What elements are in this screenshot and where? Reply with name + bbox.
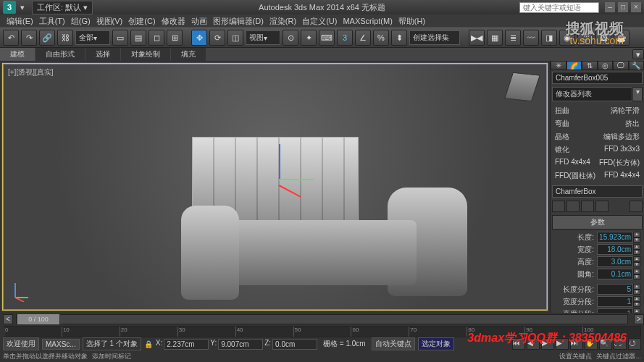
menu-animation[interactable]: 动画: [189, 15, 209, 28]
length-spinner[interactable]: 15.923cm: [597, 232, 633, 243]
pin-stack-button[interactable]: [552, 201, 565, 212]
tab-object-paint[interactable]: 对象绘制: [121, 48, 170, 61]
select-and-scale-button[interactable]: ◫: [227, 30, 243, 46]
mod-turbosmooth[interactable]: 涡轮平滑: [611, 106, 640, 116]
mod-ffd333[interactable]: FFD 3x3x3: [604, 145, 640, 155]
tab-selection[interactable]: 选择: [85, 48, 120, 61]
menu-create[interactable]: 创建(C): [126, 15, 157, 28]
layers-button[interactable]: ≣: [505, 30, 521, 46]
orbit-button[interactable]: ⭯: [628, 338, 641, 350]
time-slider-thumb[interactable]: 0 / 100: [17, 313, 60, 325]
object-name-field[interactable]: ChamferBox005: [552, 72, 643, 84]
window-crossing-icon[interactable]: ⊞: [167, 30, 183, 46]
key-filters-button[interactable]: 关键点过滤器...: [596, 352, 641, 361]
gizmo-z-axis[interactable]: [279, 144, 280, 179]
add-time-tag[interactable]: 添加时间标记: [92, 352, 131, 361]
menu-help[interactable]: 帮助(H): [396, 15, 427, 28]
maximize-button[interactable]: □: [618, 2, 628, 12]
y-coord-input[interactable]: 9.007cm: [218, 339, 263, 350]
snap-toggle[interactable]: 3: [337, 30, 353, 46]
gizmo-y-axis[interactable]: [279, 179, 314, 180]
mod-editpoly[interactable]: 编辑多边形: [603, 132, 640, 142]
create-tab[interactable]: ✳: [551, 61, 566, 70]
angle-snap-button[interactable]: ∠: [355, 30, 371, 46]
menu-customize[interactable]: 自定义(U): [300, 15, 339, 28]
height-spinner[interactable]: 3.0cm: [597, 256, 633, 267]
remove-modifier-button[interactable]: [595, 201, 609, 212]
rollout-parameters[interactable]: 参数: [552, 215, 643, 230]
link-button[interactable]: 🔗: [39, 30, 55, 46]
tab-populate[interactable]: 填充: [171, 48, 206, 61]
mod-ffd444b[interactable]: FFD 4x4x4: [604, 171, 640, 181]
utilities-tab[interactable]: 🔧: [629, 61, 645, 70]
stack-item-chamferbox[interactable]: ChamferBox: [556, 188, 596, 195]
menu-edit[interactable]: 编辑(E): [4, 15, 35, 28]
manipulate-button[interactable]: ✦: [301, 30, 317, 46]
menu-maxscript[interactable]: MAXScript(M): [340, 16, 394, 26]
mod-ffd444a[interactable]: FFD 4x4x4: [555, 158, 599, 168]
modifier-stack[interactable]: ChamferBox: [552, 185, 643, 198]
align-button[interactable]: ▦: [487, 30, 503, 46]
redo-button[interactable]: ↷: [21, 30, 37, 46]
selection-filter-dropdown[interactable]: 全部 ▾: [75, 30, 110, 45]
mod-extrude[interactable]: 挤出: [625, 119, 640, 129]
mod-lattice[interactable]: 晶格: [555, 132, 603, 142]
tab-modeling[interactable]: 建模: [0, 48, 35, 61]
select-and-rotate-button[interactable]: ⟳: [209, 30, 225, 46]
select-and-move-button[interactable]: ✥: [191, 30, 207, 46]
menu-tools[interactable]: 工具(T): [37, 15, 67, 28]
reference-coord-dropdown[interactable]: 视图 ▾: [246, 30, 280, 45]
mod-ffdbox[interactable]: FFD(长方体): [599, 158, 640, 168]
selected-filter-dropdown[interactable]: 选定对象: [418, 337, 454, 350]
time-slider-end-icon[interactable]: >: [634, 314, 644, 324]
select-by-name-button[interactable]: ▤: [130, 30, 146, 46]
ribbon-expand-icon[interactable]: ▾: [632, 49, 644, 59]
spinner-snap-button[interactable]: ⬍: [391, 30, 407, 46]
modifier-list-dropdown[interactable]: 修改器列表: [552, 87, 632, 101]
rect-select-icon[interactable]: ◻: [149, 30, 164, 46]
spinner-up-icon[interactable]: ▲: [633, 232, 640, 237]
maxscript-listener[interactable]: MAXSc...: [42, 339, 80, 350]
lock-selection-icon[interactable]: 🔒: [144, 340, 153, 348]
time-slider-expand-icon[interactable]: <: [3, 314, 13, 324]
undo-button[interactable]: ↶: [3, 30, 19, 46]
minimize-button[interactable]: –: [605, 2, 615, 12]
app-logo[interactable]: 3: [3, 1, 16, 14]
menu-view[interactable]: 视图(V): [94, 15, 125, 28]
perspective-viewport[interactable]: [+][透视][真实]: [3, 64, 547, 310]
wseg-spinner[interactable]: 1: [597, 296, 633, 307]
spinner-down-icon[interactable]: ▼: [633, 237, 640, 243]
menu-group[interactable]: 组(G): [69, 15, 93, 28]
menu-graph-editors[interactable]: 图形编辑器(D): [211, 15, 266, 28]
show-end-result-button[interactable]: [566, 201, 580, 212]
menu-rendering[interactable]: 渲染(R): [267, 15, 298, 28]
select-object-button[interactable]: ▭: [112, 30, 128, 46]
mirror-button[interactable]: ▶◀: [469, 30, 485, 46]
unlink-button[interactable]: ⛓: [57, 30, 73, 46]
viewcube[interactable]: [506, 70, 540, 105]
help-search-input[interactable]: [519, 2, 599, 13]
lseg-spinner[interactable]: 5: [597, 284, 633, 295]
viewport-label[interactable]: [+][透视][真实]: [8, 67, 54, 77]
close-button[interactable]: ×: [631, 2, 641, 12]
x-coord-input[interactable]: 2.237cm: [164, 339, 209, 350]
curve-editor-button[interactable]: 〰: [523, 30, 539, 46]
mod-twist[interactable]: 扭曲: [555, 106, 611, 116]
modify-tab[interactable]: 🌈: [566, 61, 582, 70]
mod-ffdcyl[interactable]: FFD(圆柱体): [555, 171, 604, 181]
z-coord-input[interactable]: 0.0cm: [272, 339, 317, 350]
percent-snap-button[interactable]: %: [373, 30, 389, 46]
named-selection-dropdown[interactable]: 创建选择集: [409, 30, 460, 45]
width-spinner[interactable]: 18.0cm: [597, 244, 633, 255]
menu-modifiers[interactable]: 修改器: [159, 15, 188, 28]
tab-freeform[interactable]: 自由形式: [35, 48, 85, 61]
app-menu-icon[interactable]: ▾: [20, 3, 25, 12]
make-unique-button[interactable]: [581, 201, 594, 212]
display-tab[interactable]: 🖵: [613, 61, 629, 70]
mod-taper[interactable]: 锥化: [555, 145, 604, 155]
use-pivot-center-button[interactable]: ⊙: [283, 30, 298, 46]
hierarchy-tab[interactable]: ⇅: [582, 61, 598, 70]
time-slider-track[interactable]: 0 / 100: [16, 314, 628, 324]
setkey-button[interactable]: 设置关键点: [559, 352, 592, 361]
mod-bend[interactable]: 弯曲: [555, 119, 625, 129]
